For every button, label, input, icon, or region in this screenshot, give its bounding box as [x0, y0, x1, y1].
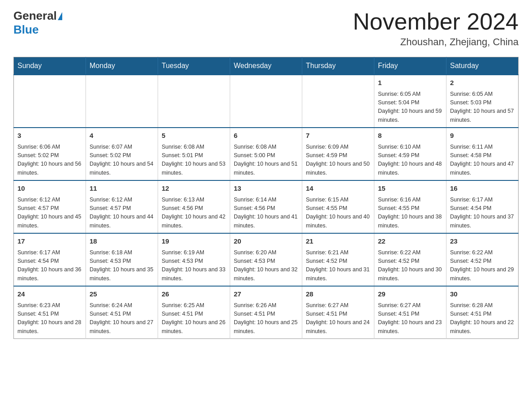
- calendar-cell: 19Sunrise: 6:19 AMSunset: 4:53 PMDayligh…: [158, 233, 230, 286]
- calendar-table: SundayMondayTuesdayWednesdayThursdayFrid…: [13, 57, 519, 339]
- calendar-cell: 11Sunrise: 6:12 AMSunset: 4:57 PMDayligh…: [86, 180, 158, 233]
- day-info: Sunrise: 6:11 AMSunset: 4:58 PMDaylight:…: [450, 143, 515, 178]
- calendar-cell: 10Sunrise: 6:12 AMSunset: 4:57 PMDayligh…: [14, 180, 86, 233]
- day-number: 2: [450, 78, 515, 88]
- day-info: Sunrise: 6:06 AMSunset: 5:02 PMDaylight:…: [17, 143, 82, 178]
- day-info: Sunrise: 6:08 AMSunset: 5:01 PMDaylight:…: [162, 143, 226, 178]
- day-number: 30: [450, 289, 515, 300]
- day-info: Sunrise: 6:18 AMSunset: 4:53 PMDaylight:…: [90, 248, 154, 283]
- day-of-week-header: Saturday: [446, 57, 519, 75]
- day-number: 27: [234, 289, 298, 300]
- day-info: Sunrise: 6:12 AMSunset: 4:57 PMDaylight:…: [90, 196, 154, 231]
- calendar-cell: 9Sunrise: 6:11 AMSunset: 4:58 PMDaylight…: [446, 128, 519, 180]
- calendar-cell: [86, 75, 158, 128]
- day-number: 4: [90, 131, 154, 141]
- day-info: Sunrise: 6:24 AMSunset: 4:51 PMDaylight:…: [90, 301, 154, 336]
- calendar-cell: 28Sunrise: 6:27 AMSunset: 4:51 PMDayligh…: [302, 286, 374, 339]
- calendar-cell: 1Sunrise: 6:05 AMSunset: 5:04 PMDaylight…: [374, 75, 446, 128]
- day-number: 18: [90, 236, 154, 247]
- calendar-cell: 15Sunrise: 6:16 AMSunset: 4:55 PMDayligh…: [374, 180, 446, 233]
- calendar-cell: 25Sunrise: 6:24 AMSunset: 4:51 PMDayligh…: [86, 286, 158, 339]
- calendar-cell: 20Sunrise: 6:20 AMSunset: 4:53 PMDayligh…: [230, 233, 302, 286]
- calendar-cell: 2Sunrise: 6:05 AMSunset: 5:03 PMDaylight…: [446, 75, 519, 128]
- day-number: 25: [90, 289, 154, 300]
- day-info: Sunrise: 6:15 AMSunset: 4:55 PMDaylight:…: [306, 196, 370, 231]
- day-number: 19: [162, 236, 226, 247]
- day-number: 3: [17, 131, 82, 141]
- calendar-cell: 4Sunrise: 6:07 AMSunset: 5:02 PMDaylight…: [86, 128, 158, 180]
- day-number: 10: [17, 184, 82, 194]
- day-number: 14: [306, 184, 370, 194]
- day-info: Sunrise: 6:05 AMSunset: 5:04 PMDaylight:…: [378, 90, 442, 125]
- day-info: Sunrise: 6:26 AMSunset: 4:51 PMDaylight:…: [234, 301, 298, 336]
- calendar-cell: 8Sunrise: 6:10 AMSunset: 4:59 PMDaylight…: [374, 128, 446, 180]
- day-of-week-header: Thursday: [302, 57, 374, 75]
- calendar-cell: 24Sunrise: 6:23 AMSunset: 4:51 PMDayligh…: [14, 286, 86, 339]
- day-of-week-header: Sunday: [14, 57, 86, 75]
- day-info: Sunrise: 6:27 AMSunset: 4:51 PMDaylight:…: [306, 301, 370, 336]
- day-number: 23: [450, 236, 515, 247]
- calendar-cell: 23Sunrise: 6:22 AMSunset: 4:52 PMDayligh…: [446, 233, 519, 286]
- day-number: 20: [234, 236, 298, 247]
- calendar-cell: 27Sunrise: 6:26 AMSunset: 4:51 PMDayligh…: [230, 286, 302, 339]
- calendar-week-row: 17Sunrise: 6:17 AMSunset: 4:54 PMDayligh…: [14, 233, 519, 286]
- day-number: 29: [378, 289, 442, 300]
- calendar-week-row: 1Sunrise: 6:05 AMSunset: 5:04 PMDaylight…: [14, 75, 519, 128]
- calendar-week-row: 24Sunrise: 6:23 AMSunset: 4:51 PMDayligh…: [14, 286, 519, 339]
- calendar-cell: [158, 75, 230, 128]
- day-number: 28: [306, 289, 370, 300]
- calendar-cell: 12Sunrise: 6:13 AMSunset: 4:56 PMDayligh…: [158, 180, 230, 233]
- day-info: Sunrise: 6:28 AMSunset: 4:51 PMDaylight:…: [450, 301, 515, 336]
- day-info: Sunrise: 6:07 AMSunset: 5:02 PMDaylight:…: [90, 143, 154, 178]
- calendar-week-row: 10Sunrise: 6:12 AMSunset: 4:57 PMDayligh…: [14, 180, 519, 233]
- day-number: 9: [450, 131, 515, 141]
- day-of-week-header: Tuesday: [158, 57, 230, 75]
- calendar-cell: 18Sunrise: 6:18 AMSunset: 4:53 PMDayligh…: [86, 233, 158, 286]
- calendar-cell: 30Sunrise: 6:28 AMSunset: 4:51 PMDayligh…: [446, 286, 519, 339]
- day-info: Sunrise: 6:10 AMSunset: 4:59 PMDaylight:…: [378, 143, 442, 178]
- day-number: 17: [17, 236, 82, 247]
- day-number: 15: [378, 184, 442, 194]
- day-number: 13: [234, 184, 298, 194]
- day-info: Sunrise: 6:25 AMSunset: 4:51 PMDaylight:…: [162, 301, 226, 336]
- location-title: Zhoushan, Zhejiang, China: [353, 36, 519, 48]
- day-number: 16: [450, 184, 515, 194]
- day-number: 8: [378, 131, 442, 141]
- day-number: 7: [306, 131, 370, 141]
- calendar-cell: 13Sunrise: 6:14 AMSunset: 4:56 PMDayligh…: [230, 180, 302, 233]
- day-info: Sunrise: 6:27 AMSunset: 4:51 PMDaylight:…: [378, 301, 442, 336]
- logo-general-text: General: [13, 9, 57, 23]
- day-number: 26: [162, 289, 226, 300]
- calendar-cell: 5Sunrise: 6:08 AMSunset: 5:01 PMDaylight…: [158, 128, 230, 180]
- day-number: 11: [90, 184, 154, 194]
- day-info: Sunrise: 6:12 AMSunset: 4:57 PMDaylight:…: [17, 196, 82, 231]
- day-info: Sunrise: 6:05 AMSunset: 5:03 PMDaylight:…: [450, 90, 515, 125]
- calendar-cell: 14Sunrise: 6:15 AMSunset: 4:55 PMDayligh…: [302, 180, 374, 233]
- day-info: Sunrise: 6:13 AMSunset: 4:56 PMDaylight:…: [162, 196, 226, 231]
- title-area: November 2024 Zhoushan, Zhejiang, China: [353, 9, 519, 48]
- day-number: 21: [306, 236, 370, 247]
- day-number: 12: [162, 184, 226, 194]
- day-info: Sunrise: 6:21 AMSunset: 4:52 PMDaylight:…: [306, 248, 370, 283]
- day-of-week-header: Monday: [86, 57, 158, 75]
- day-info: Sunrise: 6:16 AMSunset: 4:55 PMDaylight:…: [378, 196, 442, 231]
- calendar-cell: [230, 75, 302, 128]
- day-info: Sunrise: 6:17 AMSunset: 4:54 PMDaylight:…: [17, 248, 82, 283]
- day-of-week-header: Friday: [374, 57, 446, 75]
- calendar-header-row: SundayMondayTuesdayWednesdayThursdayFrid…: [14, 57, 519, 75]
- calendar-cell: 29Sunrise: 6:27 AMSunset: 4:51 PMDayligh…: [374, 286, 446, 339]
- day-info: Sunrise: 6:22 AMSunset: 4:52 PMDaylight:…: [378, 248, 442, 283]
- calendar-cell: 3Sunrise: 6:06 AMSunset: 5:02 PMDaylight…: [14, 128, 86, 180]
- calendar-cell: [14, 75, 86, 128]
- day-info: Sunrise: 6:09 AMSunset: 4:59 PMDaylight:…: [306, 143, 370, 178]
- day-info: Sunrise: 6:17 AMSunset: 4:54 PMDaylight:…: [450, 196, 515, 231]
- calendar-cell: 22Sunrise: 6:22 AMSunset: 4:52 PMDayligh…: [374, 233, 446, 286]
- day-of-week-header: Wednesday: [230, 57, 302, 75]
- calendar-cell: 21Sunrise: 6:21 AMSunset: 4:52 PMDayligh…: [302, 233, 374, 286]
- calendar-cell: 17Sunrise: 6:17 AMSunset: 4:54 PMDayligh…: [14, 233, 86, 286]
- calendar-week-row: 3Sunrise: 6:06 AMSunset: 5:02 PMDaylight…: [14, 128, 519, 180]
- calendar-cell: 6Sunrise: 6:08 AMSunset: 5:00 PMDaylight…: [230, 128, 302, 180]
- day-info: Sunrise: 6:20 AMSunset: 4:53 PMDaylight:…: [234, 248, 298, 283]
- page-header: General Blue November 2024 Zhoushan, Zhe…: [13, 9, 519, 48]
- day-number: 22: [378, 236, 442, 247]
